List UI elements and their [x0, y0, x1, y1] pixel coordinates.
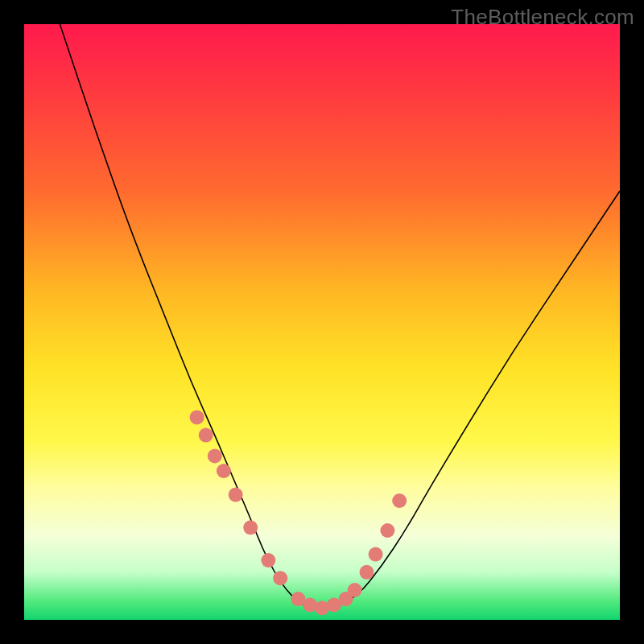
- highlight-dot: [229, 488, 243, 502]
- highlight-dot: [199, 428, 213, 443]
- chart-stage: TheBottleneck.com: [0, 0, 644, 644]
- highlight-dot: [392, 493, 407, 508]
- highlight-dot: [360, 565, 374, 580]
- highlight-dot: [273, 571, 287, 585]
- curve-layer: [24, 24, 620, 620]
- bottleneck-curve: [60, 24, 620, 608]
- highlight-dot: [261, 553, 275, 568]
- highlight-dots: [190, 410, 407, 615]
- highlight-dot: [243, 520, 258, 535]
- highlight-dot: [217, 464, 231, 478]
- highlight-dot: [190, 410, 204, 424]
- highlight-dot: [348, 583, 362, 597]
- highlight-dot: [208, 449, 222, 464]
- highlight-dot: [380, 523, 394, 538]
- plot-area: [24, 24, 620, 620]
- highlight-dot: [369, 547, 383, 562]
